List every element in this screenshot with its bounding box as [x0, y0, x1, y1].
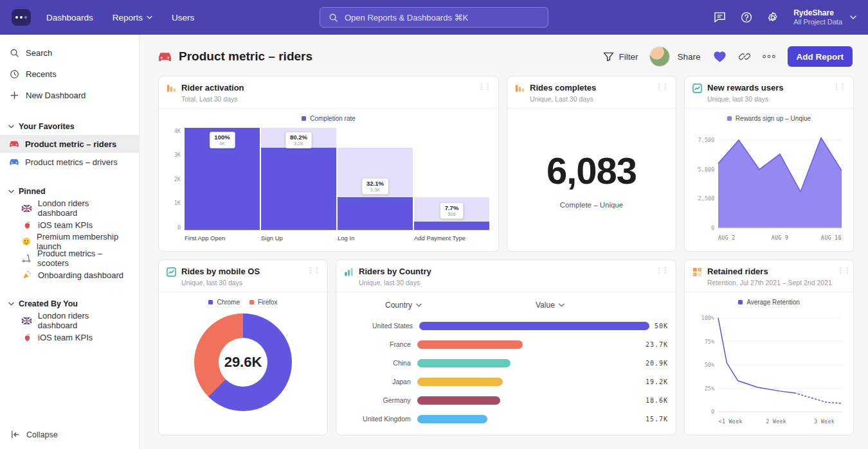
- sidebar-item-london-riders-dashboard[interactable]: London riders dashboard: [0, 200, 139, 216]
- page-title: Product metric – riders: [158, 49, 312, 64]
- sidebar-item-product-metric-riders[interactable]: Product metric – riders: [0, 135, 139, 153]
- axis-tick: 0: [711, 409, 714, 415]
- card-rides-completes: Rides completes Unique, Last 30 days ⋮⋮ …: [507, 76, 676, 252]
- country-label: Germany: [344, 396, 417, 404]
- funnel-step[interactable]: 80.2%3.2K: [261, 128, 336, 230]
- country-bar[interactable]: [419, 322, 649, 330]
- top-navbar: Dashboards Reports Users Open Reports & …: [0, 0, 868, 35]
- country-bar-track: [417, 396, 640, 405]
- funnel-step[interactable]: 7.7%308: [414, 128, 489, 230]
- funnel-step[interactable]: 100%4K: [185, 128, 260, 230]
- sidebar-item-onboarding-dashboard[interactable]: Onboarding dashboard: [0, 267, 139, 283]
- y-axis-tick: 3K: [168, 152, 181, 158]
- chart-legend: Rewards sign up – Unqiue: [692, 115, 845, 122]
- funnel-value-callout: 100%4K: [209, 132, 235, 148]
- collapse-sidebar-button[interactable]: Collapse: [0, 430, 139, 439]
- app-root: Dashboards Reports Users Open Reports & …: [0, 0, 868, 449]
- donut-chart[interactable]: 29.6K: [194, 313, 292, 411]
- country-bar[interactable]: [417, 378, 503, 386]
- axis-tick: <1 Week: [719, 419, 743, 425]
- funnel-step[interactable]: 32.1%1.3K: [338, 128, 413, 230]
- copy-link-icon[interactable]: [739, 51, 750, 62]
- country-bar-list: United States50KFrance23.7KChina20.9KJap…: [344, 317, 668, 428]
- sidebar-item-product-metrics-drivers[interactable]: Product metrics – drivers: [0, 153, 139, 171]
- nav-dashboards[interactable]: Dashboards: [46, 13, 93, 22]
- funnel-value-callout: 80.2%3.2K: [285, 132, 312, 148]
- sidebar-new-dashboard[interactable]: New Dashboard: [0, 85, 139, 106]
- nav-reports[interactable]: Reports: [113, 13, 152, 22]
- country-value: 18.6K: [646, 397, 668, 404]
- sidebar: Search Recents New Dashboard Your Favori…: [0, 35, 140, 449]
- metric-caption: Complete – Unique: [560, 201, 623, 209]
- search-icon: [329, 13, 338, 22]
- drag-handle-icon[interactable]: ⋮⋮: [833, 83, 845, 91]
- axis-tick: AUG 9: [772, 235, 789, 241]
- axis-tick: AUG 16: [821, 235, 842, 241]
- country-bar[interactable]: [417, 340, 523, 349]
- avatar[interactable]: [650, 47, 669, 66]
- retention-line-dashed: [795, 392, 842, 403]
- chevron-down-icon: [416, 303, 422, 307]
- column-country[interactable]: Country: [385, 301, 422, 310]
- sidebar-search[interactable]: Search: [0, 42, 139, 64]
- drag-handle-icon[interactable]: ⋮⋮: [655, 267, 668, 274]
- global-search-button[interactable]: Open Reports & Dashboards ⌘K: [320, 7, 548, 28]
- section-your-favorites[interactable]: Your Favorites: [0, 118, 139, 135]
- chart-legend: Chrome Firefox: [167, 299, 320, 306]
- project-switcher[interactable]: RydeShare All Project Data: [793, 8, 856, 27]
- sidebar-item-product-metrics-scooters[interactable]: Product metrics – scooters: [0, 250, 139, 267]
- drag-handle-icon[interactable]: ⋮⋮: [307, 267, 320, 274]
- sidebar-item-premium-membership-launch[interactable]: Premium membership launch: [0, 233, 139, 250]
- axis-tick: 25%: [705, 385, 714, 391]
- drag-handle-icon[interactable]: ⋮⋮: [655, 83, 668, 91]
- share-button[interactable]: Share: [677, 52, 700, 62]
- x-axis: First App OpenSign UpLog InAdd Payment T…: [185, 234, 489, 242]
- section-pinned[interactable]: Pinned: [0, 183, 139, 200]
- country-row: France23.7K: [344, 335, 668, 354]
- chevron-down-icon: [8, 189, 14, 193]
- app-logo[interactable]: [12, 9, 31, 26]
- area-fill: [718, 137, 842, 228]
- country-label: China: [344, 359, 417, 367]
- chevron-down-icon: [147, 15, 152, 19]
- axis-tick: 7,500: [698, 137, 714, 143]
- country-label: United Kingdom: [344, 415, 417, 423]
- drag-handle-icon[interactable]: ⋮⋮: [478, 83, 491, 91]
- red-car-icon: [9, 140, 19, 148]
- y-axis: 4K3K2K1K0: [168, 128, 185, 231]
- drag-handle-icon[interactable]: ⋮⋮: [837, 267, 850, 274]
- party-popper-icon: [22, 270, 32, 279]
- section-created-by-you[interactable]: Created By You: [0, 295, 139, 312]
- feedback-icon[interactable]: [714, 12, 726, 22]
- country-value: 50K: [655, 322, 668, 330]
- chart-legend: Completion rate: [168, 115, 489, 122]
- filter-button[interactable]: Filter: [603, 52, 638, 62]
- add-report-button[interactable]: Add Report: [788, 46, 853, 67]
- column-value[interactable]: Value: [536, 301, 565, 310]
- funnel-chart[interactable]: 4K3K2K1K0 100%4K80.2%3.2K32.1%1.3K7.7%30…: [168, 128, 489, 231]
- country-bar-track: [417, 378, 640, 386]
- main-content: Product metric – riders Filter Share Add…: [140, 35, 868, 449]
- country-bar[interactable]: [417, 359, 511, 367]
- nav-users[interactable]: Users: [172, 13, 194, 22]
- help-icon[interactable]: [741, 12, 752, 23]
- sidebar-item-london-riders-dashboard-2[interactable]: London riders dashboard: [0, 312, 139, 329]
- y-axis-tick: 0: [168, 224, 181, 231]
- country-row: China20.9K: [344, 354, 668, 373]
- card-riders-by-country: Riders by Country Unique, last 30 days ⋮…: [336, 260, 676, 436]
- card-new-rewards-users: New rewards users Unique, last 30 days ⋮…: [684, 76, 854, 252]
- retention-line-chart[interactable]: 100%75%50%25%0<1 Week2 Week3 Week: [692, 312, 845, 431]
- table-header: Country Value: [344, 297, 668, 317]
- sidebar-item-ios-team-kpis-2[interactable]: iOS team KPIs: [0, 329, 139, 346]
- country-label: Japan: [344, 378, 417, 385]
- country-bar[interactable]: [417, 415, 487, 423]
- more-options-icon[interactable]: [763, 54, 775, 59]
- card-rides-by-mobile-os: Rides by mobile OS Unique, last 30 days …: [158, 260, 328, 436]
- rewards-area-chart[interactable]: 7,5005,0002,5000AUG 2AUG 9AUG 16: [692, 128, 845, 247]
- country-label: United States: [344, 322, 419, 330]
- country-bar[interactable]: [417, 396, 500, 405]
- sidebar-recents[interactable]: Recents: [0, 64, 139, 85]
- sidebar-item-ios-team-kpis[interactable]: iOS team KPIs: [0, 216, 139, 233]
- settings-gear-icon[interactable]: [767, 12, 779, 23]
- favorite-heart-icon[interactable]: [713, 51, 727, 63]
